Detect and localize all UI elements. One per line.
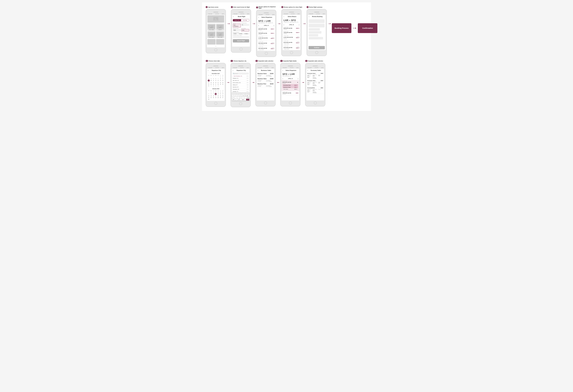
- ret-flight-4[interactable]: FLIGHT 209 5:00 AM 8:30 PM FROM $460 ▾ 1…: [283, 45, 300, 50]
- to-input[interactable]: To: [241, 24, 249, 26]
- search-flight-btn[interactable]: Search Flight: [233, 39, 249, 42]
- cal-dec-d29[interactable]: 29: [219, 83, 222, 85]
- back-arrow-exp[interactable]: ‹: [283, 69, 283, 71]
- cal-dec-d11[interactable]: 11: [210, 80, 212, 82]
- city-item-cak[interactable]: Acron-canton, OH CAK: [232, 82, 250, 84]
- cal-dec-d7[interactable]: 7: [217, 78, 219, 79]
- kb-0[interactable]: 0: [248, 93, 249, 95]
- cal-dec-d4[interactable]: 4: [210, 78, 212, 79]
- kb-more[interactable]: •••: [232, 97, 234, 99]
- home-button-5[interactable]: [315, 51, 318, 54]
- cal-dec-d25[interactable]: 25: [210, 83, 212, 85]
- cal-dec-d31[interactable]: 31: [208, 85, 210, 87]
- jan-d15[interactable]: 15: [210, 95, 212, 97]
- back-arrow-econ[interactable]: ‹: [307, 69, 308, 71]
- cal-dec-jan2[interactable]: 2: [212, 85, 215, 87]
- kb-dollar[interactable]: $: [243, 95, 244, 97]
- ret-flight-2[interactable]: FLIGHT 209 11:00 AM 8:30 PM FROM $404 ▾ …: [283, 35, 300, 40]
- kb-close[interactable]: ): [241, 95, 242, 97]
- jan-d9[interactable]: 9: [212, 93, 215, 95]
- kb-ques[interactable]: ?: [240, 97, 242, 99]
- from-input[interactable]: San Fransisco: [233, 24, 241, 27]
- ret-flight-0[interactable]: FLIGHT 209 6:00 AM 4:30 PM $329 ▾ Nonsto…: [283, 26, 300, 31]
- home-button-bus[interactable]: [264, 102, 267, 104]
- jan-d24[interactable]: 24: [215, 97, 217, 98]
- back-arrow-2[interactable]: ‹: [233, 16, 234, 17]
- tile-book-flight-1[interactable]: Book a flight: [207, 24, 215, 31]
- econ-flexi-item[interactable]: EconomyFlexi $690 Cabinages $100 No show…: [306, 87, 324, 94]
- child-select[interactable]: 0 Child: [238, 33, 244, 35]
- cal-dec-d21[interactable]: 21: [217, 82, 219, 83]
- cal-dec-d18[interactable]: 18: [210, 82, 212, 83]
- jan-d2[interactable]: 2: [212, 91, 215, 93]
- kb-slash[interactable]: /: [234, 95, 235, 97]
- business-value-item[interactable]: Business Value $1500 Cabinages No show C…: [257, 77, 274, 83]
- economy-class-row[interactable]: Economy Class $329 ▾: [283, 84, 298, 86]
- continue-btn[interactable]: Continue: [308, 46, 325, 49]
- city-item-alb[interactable]: Albany, NY ALB: [232, 84, 250, 86]
- back-arrow-5[interactable]: ‹: [309, 16, 309, 17]
- kb-semi[interactable]: ;: [237, 95, 239, 97]
- cal-dec-jan4[interactable]: 4: [217, 85, 219, 87]
- cal-dec-d13[interactable]: 13: [215, 80, 217, 82]
- dep-flight-0[interactable]: FLIGHT 209 6:00 AM 4:30 PM $329 ▾ Nonsto…: [257, 27, 275, 31]
- next-date-ret[interactable]: ›: [299, 24, 299, 26]
- jan-d20[interactable]: 20: [222, 95, 224, 97]
- jan-d10[interactable]: 10: [215, 93, 217, 95]
- dep-flight-3[interactable]: FLIGHT 209 5:00 AM 6:30 PM FROM $416 ▾ 1…: [257, 41, 275, 46]
- cal-dec-d1[interactable]: 1: [219, 76, 222, 78]
- promo-input[interactable]: [233, 36, 249, 38]
- cal-dec-d9[interactable]: 9: [222, 78, 224, 79]
- jan-d5[interactable]: 5: [219, 91, 222, 93]
- city-item-cle[interactable]: Cleveland, OH CLE: [232, 88, 250, 90]
- cal-dec-d2[interactable]: 2: [222, 76, 224, 78]
- cal-dec-d3[interactable]: 3: [208, 78, 210, 79]
- cal-dec-d17[interactable]: 17: [208, 82, 210, 83]
- jan-d12[interactable]: 12: [219, 93, 222, 95]
- city-item-jfk[interactable]: NewYork, NY JFK: [232, 86, 250, 88]
- kb-dash[interactable]: -: [232, 95, 233, 97]
- cal-dec-d10[interactable]: 10: [208, 80, 210, 82]
- jan-d14[interactable]: 14: [208, 95, 210, 97]
- kb-7[interactable]: 7: [243, 93, 244, 95]
- cal-dec-d22[interactable]: 22: [219, 82, 222, 83]
- kb-at[interactable]: @: [246, 95, 248, 97]
- jan-d17[interactable]: 17: [215, 95, 217, 97]
- kb-1[interactable]: 1: [232, 93, 233, 95]
- kb-mic[interactable]: 🎤: [238, 99, 240, 101]
- city-item-hou[interactable]: Houston, TX HOU: [232, 90, 250, 93]
- tile-book-flight-3[interactable]: Book a flight: [216, 31, 224, 38]
- infant-select[interactable]: 0 Infant: [244, 33, 249, 35]
- jan-d28[interactable]: 28: [208, 99, 210, 100]
- ret-flight-1[interactable]: FLIGHT 209 7:00 AM 5:30 PM $329 ▾ Nonsto…: [283, 31, 300, 35]
- jan-d27[interactable]: 27: [222, 97, 224, 98]
- econ-value-item[interactable]: Economy Value $450 Cabinages $200 No sho…: [306, 79, 324, 87]
- kb-emoji[interactable]: ☺: [235, 99, 237, 101]
- dep-flight-4[interactable]: FLIGHT 209 5:00 AM 8:30 PM FROM $460 ▾ 1…: [257, 46, 275, 51]
- cal-dec-d20[interactable]: 20: [215, 82, 217, 83]
- kb-colon[interactable]: :: [235, 95, 237, 97]
- cal-dec-d24[interactable]: 24: [208, 83, 210, 85]
- back-arrow-city[interactable]: ‹: [233, 69, 233, 71]
- kb-4[interactable]: 4: [237, 93, 239, 95]
- econ-saver-item[interactable]: Economy Saver $329 Cabinages $248 No sho…: [306, 72, 324, 79]
- one-way-btn[interactable]: One Way: [241, 19, 249, 21]
- tile-checkin[interactable]: Check-in: [216, 24, 224, 31]
- jan-d11[interactable]: 11: [217, 93, 219, 95]
- city-item-oak[interactable]: Oakland, CA OAK: [232, 77, 250, 79]
- first-class-row[interactable]: First Class $905 ▾: [283, 88, 298, 90]
- cal-dec-d12[interactable]: 12: [212, 80, 215, 82]
- jan-d26[interactable]: 26: [219, 97, 222, 98]
- jan-d8[interactable]: 8: [210, 93, 212, 95]
- home-button-1[interactable]: [214, 48, 217, 51]
- tile-book-flight-2[interactable]: Book a flight: [207, 31, 215, 38]
- city-item-sjc[interactable]: San Jose, CA SJC: [232, 79, 250, 82]
- kb-comma[interactable]: ,: [237, 97, 239, 99]
- cal-dec-d16[interactable]: 16: [222, 80, 224, 82]
- kb-3[interactable]: 3: [235, 93, 237, 95]
- home-button-cal[interactable]: [214, 102, 217, 105]
- jan-d25[interactable]: 25: [217, 97, 219, 98]
- jan-d19[interactable]: 19: [219, 95, 222, 97]
- kb-amp[interactable]: &: [244, 95, 246, 97]
- kb-8[interactable]: 8: [244, 93, 246, 95]
